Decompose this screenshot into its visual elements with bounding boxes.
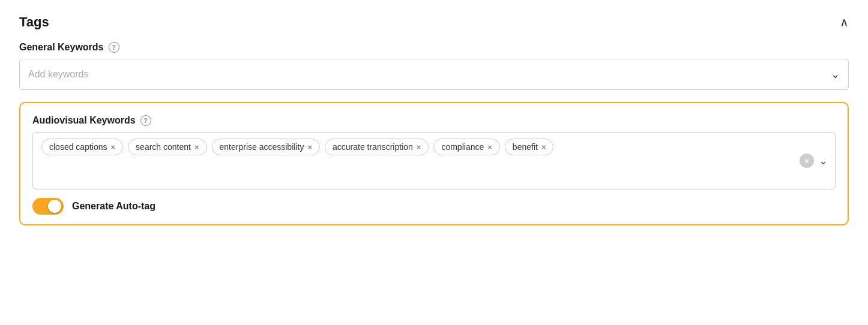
tag-remove-button[interactable]: × (111, 143, 116, 151)
tag-remove-button[interactable]: × (487, 143, 492, 151)
audiovisual-keywords-help-icon[interactable]: ? (140, 115, 151, 126)
audiovisual-keywords-label-row: Audiovisual Keywords ? (32, 115, 836, 126)
collapse-icon[interactable]: ∧ (840, 15, 849, 29)
general-keywords-subsection: General Keywords ? Add keywords ⌄ (19, 42, 849, 90)
tag-text: search content (136, 142, 191, 152)
clear-tags-button[interactable]: × (800, 154, 814, 168)
general-keywords-placeholder: Add keywords (28, 69, 89, 80)
tags-section-header: Tags ∧ (19, 14, 849, 30)
tag-text: enterprise accessibility (220, 142, 304, 152)
general-keywords-help-icon[interactable]: ? (109, 42, 119, 53)
general-keywords-chevron-icon[interactable]: ⌄ (831, 68, 840, 81)
tag-chip: accurate transcription× (325, 139, 429, 155)
autotag-toggle[interactable] (32, 198, 64, 215)
tag-chip: enterprise accessibility× (212, 139, 320, 155)
tag-text: benefit (513, 142, 538, 152)
tag-chip: compliance× (433, 139, 499, 155)
general-keywords-label-row: General Keywords ? (19, 42, 849, 53)
autotag-label: Generate Auto-tag (72, 201, 155, 212)
multiselect-controls: × ⌄ (800, 154, 828, 168)
autotag-row: Generate Auto-tag (32, 198, 836, 215)
toggle-track (32, 198, 64, 215)
general-keywords-label: General Keywords (19, 42, 104, 53)
tag-chip: closed captions× (41, 139, 123, 155)
tag-remove-button[interactable]: × (307, 143, 312, 151)
audiovisual-keywords-section: Audiovisual Keywords ? closed captions×s… (19, 102, 849, 225)
tag-remove-button[interactable]: × (194, 143, 199, 151)
audiovisual-keywords-label: Audiovisual Keywords (32, 115, 136, 126)
tag-chip: search content× (128, 139, 206, 155)
tag-text: compliance (441, 142, 484, 152)
tags-title: Tags (19, 14, 49, 30)
toggle-thumb (48, 200, 61, 213)
audiovisual-keywords-multiselect[interactable]: closed captions×search content×enterpris… (32, 132, 836, 189)
tag-text: closed captions (49, 142, 107, 152)
general-keywords-input[interactable]: Add keywords ⌄ (19, 59, 849, 90)
clear-icon: × (804, 157, 809, 165)
tag-chip: benefit× (505, 139, 554, 155)
tag-text: accurate transcription (333, 142, 413, 152)
tag-remove-button[interactable]: × (541, 143, 546, 151)
tag-remove-button[interactable]: × (417, 143, 421, 151)
audiovisual-chevron-icon[interactable]: ⌄ (819, 154, 828, 167)
